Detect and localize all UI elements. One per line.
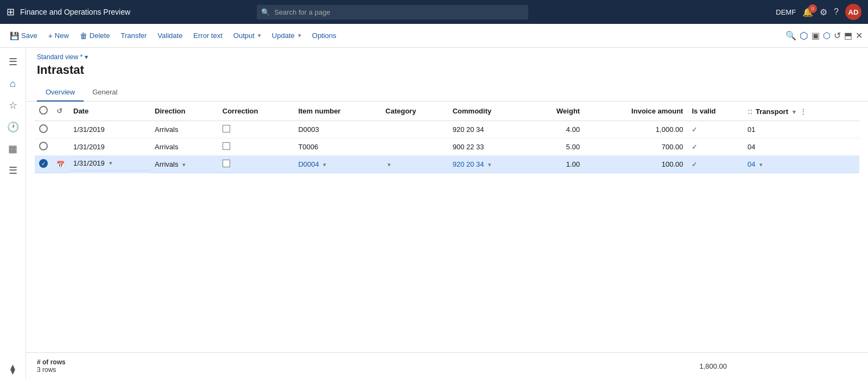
row3-direction-chevron-icon[interactable]: ▾: [182, 161, 186, 168]
col-weight[interactable]: Weight: [529, 102, 584, 121]
top-bar: ⊞ Finance and Operations Preview 🔍 DEMF …: [0, 0, 868, 24]
update-chevron-icon: ▾: [298, 32, 301, 39]
refresh-rows-icon[interactable]: ↺: [56, 107, 62, 115]
row3-commodity-value: 920 20 34: [453, 160, 484, 168]
main-content: Standard view * ▾ Intrastat Overview Gen…: [26, 48, 868, 379]
sidebar-home-icon[interactable]: ⌂: [3, 74, 23, 93]
new-button[interactable]: + New: [44, 29, 73, 42]
page-header: Standard view * ▾ Intrastat: [26, 48, 868, 84]
transfer-button[interactable]: Transfer: [116, 29, 151, 42]
col-direction[interactable]: Direction: [150, 102, 218, 121]
col-invoice-amount[interactable]: Invoice amount: [584, 102, 687, 121]
footer-total: 1,800.00: [699, 362, 727, 370]
close-icon[interactable]: ✕: [856, 30, 863, 41]
select-all-circle[interactable]: [39, 106, 48, 115]
sidebar-favorites-icon[interactable]: ☆: [3, 96, 23, 115]
row1-correction: [218, 121, 294, 138]
company-label: DEMF: [776, 8, 796, 16]
transport-chevron-icon[interactable]: ▾: [793, 109, 796, 115]
validate-button[interactable]: Validate: [153, 29, 187, 42]
row3-select-circle[interactable]: [39, 159, 48, 168]
row2-date: 1/31/2019: [69, 138, 150, 156]
save-icon: 💾: [10, 31, 19, 40]
col-item-number[interactable]: Item number: [294, 102, 381, 121]
footer-left: # of rows 3 rows: [37, 358, 66, 374]
row2-correction-checkbox[interactable]: [223, 142, 230, 150]
row2-category: [381, 138, 448, 156]
row1-weight: 4.00: [529, 121, 584, 138]
user-avatar[interactable]: AD: [845, 4, 861, 20]
row1-transport: 01: [743, 121, 859, 138]
row3-transport-value: 04: [747, 160, 755, 168]
open-new-icon[interactable]: ⬒: [844, 30, 852, 41]
row3-item-chevron-icon[interactable]: ▾: [323, 161, 326, 168]
row1-select-circle[interactable]: [39, 124, 48, 133]
row3-direction: Arrivals ▾: [150, 156, 218, 173]
grid-menu-icon[interactable]: ⊞: [7, 6, 15, 18]
help-icon[interactable]: ?: [834, 7, 839, 17]
table-row: 1/31/2019 Arrivals T0006 900 22 33 5.00 …: [35, 138, 859, 156]
row3-commodity-chevron-icon[interactable]: ▾: [488, 161, 491, 168]
search-input[interactable]: [257, 5, 528, 20]
view-chevron-icon: ▾: [85, 53, 88, 61]
sidebar-menu-icon[interactable]: ☰: [3, 52, 23, 72]
row1-valid-check-icon: ✓: [692, 125, 698, 134]
row1-correction-checkbox[interactable]: [223, 125, 230, 132]
row1-direction: Arrivals: [150, 121, 218, 138]
badge-icon[interactable]: ⬡: [823, 30, 831, 41]
delete-button[interactable]: 🗑 Delete: [75, 29, 115, 42]
output-button[interactable]: Output ▾: [229, 29, 265, 42]
row1-item-number: D0003: [294, 121, 381, 138]
view-label: Standard view *: [37, 53, 83, 61]
personalize-icon[interactable]: ⬡: [800, 30, 808, 42]
col-is-valid[interactable]: Is valid: [687, 102, 743, 121]
save-button[interactable]: 💾 Save: [5, 29, 42, 42]
settings-icon[interactable]: ⚙: [820, 7, 827, 17]
tab-overview[interactable]: Overview: [37, 84, 84, 102]
top-bar-right: DEMF 🔔 0 ⚙ ? AD: [776, 4, 861, 20]
new-icon: +: [48, 31, 53, 40]
transport-handle-icon: ::: [747, 107, 752, 116]
filter-icon[interactable]: 🔍: [785, 30, 796, 41]
row3-date-chevron-icon[interactable]: ▾: [109, 160, 112, 167]
row3-select-cell[interactable]: [35, 156, 52, 173]
row3-category-chevron-icon[interactable]: ▾: [388, 161, 391, 168]
col-correction[interactable]: Correction: [218, 102, 294, 121]
sidebar-recent-icon[interactable]: 🕐: [3, 117, 23, 137]
sidebar-workspaces-icon[interactable]: ▦: [3, 139, 23, 159]
update-button[interactable]: Update ▾: [268, 29, 306, 42]
row2-select-cell[interactable]: [35, 138, 52, 156]
row3-category: ▾: [381, 156, 448, 173]
sidebar-list-icon[interactable]: ☰: [3, 161, 23, 180]
footer-row: # of rows 3 rows 1,800.00: [37, 358, 857, 374]
row2-select-circle[interactable]: [39, 142, 48, 150]
toolbar-right: 🔍 ⬡ ▣ ⬡ ↺ ⬒ ✕: [785, 30, 863, 42]
split-view-icon[interactable]: ▣: [812, 30, 820, 41]
transport-more-icon[interactable]: ⋮: [800, 108, 807, 116]
rows-label: # of rows: [37, 358, 66, 366]
row1-category: [381, 121, 448, 138]
col-commodity[interactable]: Commodity: [448, 102, 530, 121]
tab-general[interactable]: General: [84, 84, 126, 102]
sidebar-filter-icon[interactable]: ⧫: [3, 359, 23, 379]
row3-correction-checkbox[interactable]: [223, 160, 230, 167]
row2-invoice-amount: 700.00: [584, 138, 687, 156]
options-button[interactable]: Options: [308, 29, 341, 42]
row1-is-valid: ✓: [687, 121, 743, 138]
row3-transport-chevron-icon[interactable]: ▾: [759, 161, 763, 168]
col-transport[interactable]: :: Transport ▾ ⋮: [743, 102, 859, 121]
row3-refresh-cell: 📅: [52, 156, 69, 173]
view-selector[interactable]: Standard view * ▾: [37, 53, 857, 61]
row1-select-cell[interactable]: [35, 121, 52, 138]
row3-item-number-link[interactable]: D0004: [298, 160, 319, 168]
error-text-button[interactable]: Error text: [189, 29, 226, 42]
row2-weight: 5.00: [529, 138, 584, 156]
row3-date: 1/31/2019 ▾: [69, 156, 150, 171]
notification-icon[interactable]: 🔔 0: [802, 7, 813, 17]
layout: ☰ ⌂ ☆ 🕐 ▦ ☰ ⧫ Standard view * ▾ Intrasta…: [0, 48, 868, 379]
col-date[interactable]: Date: [69, 102, 150, 121]
refresh-icon[interactable]: ↺: [834, 30, 841, 41]
row3-calendar-icon[interactable]: 📅: [56, 161, 65, 168]
col-category[interactable]: Category: [381, 102, 448, 121]
row3-item-number: D0004 ▾: [294, 156, 381, 173]
